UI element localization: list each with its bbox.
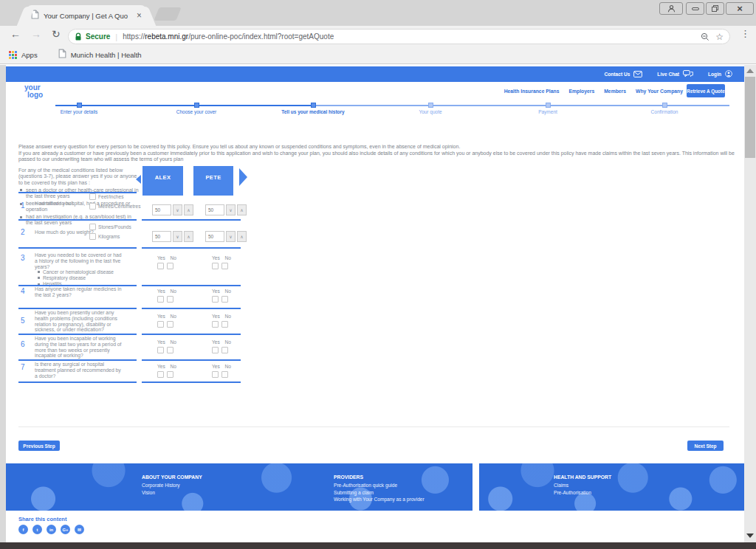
retrieve-quote-button[interactable]: Retrieve A Quote xyxy=(687,84,725,97)
step-marker-your-quote xyxy=(428,103,433,108)
browser-menu-icon[interactable]: ⋮ xyxy=(740,28,750,39)
footer-link-pre-authorisation[interactable]: Pre-Authorisation xyxy=(554,489,611,497)
footer-link-submitting-a-claim[interactable]: Submitting a claim xyxy=(334,489,425,497)
yesno-label-pete: Yes No xyxy=(212,255,231,260)
tab-title: Your Company | Get A Quo xyxy=(44,12,134,20)
footer-link-corporate-history[interactable]: Corporate History xyxy=(142,482,202,489)
carousel-left-arrow-icon[interactable] xyxy=(136,175,141,184)
row-divider xyxy=(18,219,137,221)
no-checkbox-pete-q3[interactable] xyxy=(221,263,228,269)
yes-checkbox-alex-q6[interactable] xyxy=(157,347,164,353)
utilbar-item-live-chat[interactable]: Live Chat xyxy=(657,70,693,78)
question-2-number: 2 xyxy=(21,228,25,236)
page-scrollbar[interactable] xyxy=(744,65,756,542)
next-step-button[interactable]: Next Step xyxy=(687,441,724,451)
profile-button[interactable] xyxy=(659,2,683,15)
quantity-down-button[interactable]: ∨ xyxy=(173,204,182,215)
step-label-confirmation: Confirmation xyxy=(651,109,678,114)
quantity-down-button[interactable]: ∨ xyxy=(226,231,236,242)
scroll-down-icon[interactable] xyxy=(746,534,754,538)
row-divider xyxy=(142,381,241,383)
tab-close-icon[interactable]: × xyxy=(137,12,142,19)
utilbar-item-contact-us[interactable]: Contact Us xyxy=(605,71,643,78)
previous-step-button[interactable]: Previous Step xyxy=(18,441,60,451)
restore-icon xyxy=(711,4,719,13)
no-checkbox-alex-q5[interactable] xyxy=(167,321,173,328)
option-checkbox-feet-inches[interactable] xyxy=(89,193,96,200)
row-divider xyxy=(142,285,241,286)
quantity-up-button[interactable]: ∧ xyxy=(237,231,247,242)
close-window-button[interactable]: × xyxy=(726,2,754,15)
footer-link-claims[interactable]: Claims xyxy=(554,482,611,489)
utilbar-item-login[interactable]: Login xyxy=(708,70,732,78)
row-divider xyxy=(142,219,241,221)
nav-item-health-insurance-plans[interactable]: Health Insurance Plans xyxy=(504,89,560,94)
quantity-field-pete-q1[interactable]: 50 xyxy=(205,204,224,215)
facebook-icon[interactable]: f xyxy=(18,525,28,534)
restore-button[interactable] xyxy=(706,2,724,15)
footer-link-working-with-your-company-as-a-provider[interactable]: Working with Your Company as a provider xyxy=(334,496,425,503)
yes-checkbox-alex-q4[interactable] xyxy=(157,296,164,303)
yesno-label-pete: Yes No xyxy=(212,339,231,345)
no-checkbox-pete-q7[interactable] xyxy=(221,371,228,378)
email-icon[interactable]: ✉ xyxy=(75,525,84,534)
row-divider xyxy=(142,247,241,249)
scroll-up-icon[interactable] xyxy=(746,69,754,73)
bookmark-star-icon[interactable]: ☆ xyxy=(715,32,724,42)
footer-link-vision[interactable]: Vision xyxy=(142,489,202,497)
quantity-down-button[interactable]: ∨ xyxy=(173,231,182,242)
forward-button[interactable]: → xyxy=(31,28,41,40)
yes-checkbox-alex-q5[interactable] xyxy=(157,321,164,328)
option-label-stones-pounds: Stones/Pounds xyxy=(98,224,131,229)
yes-checkbox-pete-q5[interactable] xyxy=(212,321,219,328)
no-checkbox-alex-q7[interactable] xyxy=(167,371,173,378)
quantity-up-button[interactable]: ∧ xyxy=(184,204,193,215)
back-button[interactable]: ← xyxy=(10,28,21,40)
no-checkbox-pete-q5[interactable] xyxy=(221,321,228,328)
browser-tab[interactable]: Your Company | Get A Quo × xyxy=(27,5,146,26)
nav-item-members[interactable]: Members xyxy=(604,89,626,94)
new-tab-button[interactable] xyxy=(154,7,181,21)
scrollbar-thumb[interactable] xyxy=(745,77,755,158)
twitter-icon[interactable]: t xyxy=(32,525,42,534)
quantity-up-button[interactable]: ∧ xyxy=(237,204,247,215)
yes-checkbox-pete-q4[interactable] xyxy=(212,296,219,303)
step-label-your-quote: Your quote xyxy=(419,109,441,114)
quantity-up-button[interactable]: ∧ xyxy=(184,231,193,242)
footer-column-providers: PROVIDERSPre-Authorisation quick guideSu… xyxy=(334,474,425,503)
apps-grid-icon[interactable] xyxy=(9,51,17,59)
yes-checkbox-pete-q6[interactable] xyxy=(212,347,219,353)
nav-item-why-your-company[interactable]: Why Your Company xyxy=(636,89,683,94)
quantity-field-alex-q2[interactable]: 50 xyxy=(152,231,171,242)
bookmark-item[interactable]: Munich Health | Health xyxy=(71,51,142,59)
reload-button[interactable]: ↻ xyxy=(52,28,61,40)
quantity-field-alex-q1[interactable]: 50 xyxy=(152,204,171,215)
yes-checkbox-alex-q3[interactable] xyxy=(157,263,164,269)
yesno-label-alex: Yes No xyxy=(157,255,176,260)
address-bar[interactable]: Secure | https://rebeta.mni.gr/pure-onli… xyxy=(68,29,730,44)
option-checkbox-kilograms[interactable] xyxy=(89,233,96,240)
minimize-button[interactable] xyxy=(686,2,704,15)
no-checkbox-alex-q4[interactable] xyxy=(167,296,173,303)
footer-link-pre-authorisation-quick-guide[interactable]: Pre-Authorisation quick guide xyxy=(334,482,425,489)
zoom-icon[interactable] xyxy=(701,32,709,41)
option-checkbox-metres-centimetres[interactable] xyxy=(89,203,96,210)
quantity-down-button[interactable]: ∨ xyxy=(226,204,236,215)
apps-label[interactable]: Apps xyxy=(21,51,38,59)
option-checkbox-stones-pounds[interactable] xyxy=(89,224,96,230)
nav-item-employers[interactable]: Employers xyxy=(568,89,594,94)
carousel-right-arrow-icon[interactable] xyxy=(239,168,247,186)
row-divider xyxy=(18,381,137,383)
linkedin-icon[interactable]: in xyxy=(47,525,56,534)
no-checkbox-alex-q6[interactable] xyxy=(167,347,173,353)
yes-checkbox-pete-q3[interactable] xyxy=(212,263,219,269)
site-logo[interactable]: your logo xyxy=(24,84,43,98)
yes-checkbox-alex-q7[interactable] xyxy=(157,371,164,378)
row-divider xyxy=(18,359,137,361)
googleplus-icon[interactable]: G+ xyxy=(61,525,70,534)
no-checkbox-pete-q4[interactable] xyxy=(221,296,228,303)
yes-checkbox-pete-q7[interactable] xyxy=(212,371,219,378)
no-checkbox-alex-q3[interactable] xyxy=(167,263,173,269)
no-checkbox-pete-q6[interactable] xyxy=(221,347,228,353)
quantity-field-pete-q2[interactable]: 50 xyxy=(205,231,224,242)
